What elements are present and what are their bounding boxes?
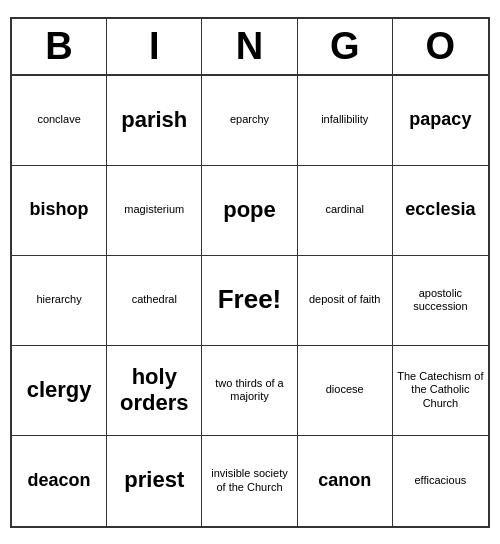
bingo-cell: The Catechism of the Catholic Church: [393, 346, 488, 436]
bingo-header: BINGO: [12, 19, 488, 76]
bingo-cell: ecclesia: [393, 166, 488, 256]
bingo-cell: hierarchy: [12, 256, 107, 346]
bingo-cell: infallibility: [298, 76, 393, 166]
bingo-cell: magisterium: [107, 166, 202, 256]
bingo-cell: conclave: [12, 76, 107, 166]
bingo-cell: clergy: [12, 346, 107, 436]
bingo-cell: papacy: [393, 76, 488, 166]
bingo-cell: priest: [107, 436, 202, 526]
bingo-cell: cardinal: [298, 166, 393, 256]
header-letter: N: [202, 19, 297, 74]
bingo-cell: apostolic succession: [393, 256, 488, 346]
bingo-cell: efficacious: [393, 436, 488, 526]
bingo-cell: bishop: [12, 166, 107, 256]
header-letter: G: [298, 19, 393, 74]
bingo-cell: pope: [202, 166, 297, 256]
header-letter: I: [107, 19, 202, 74]
bingo-grid: conclaveparisheparchyinfallibilitypapacy…: [12, 76, 488, 526]
bingo-cell: canon: [298, 436, 393, 526]
bingo-cell: cathedral: [107, 256, 202, 346]
bingo-card: BINGO conclaveparisheparchyinfallibility…: [10, 17, 490, 528]
bingo-cell: parish: [107, 76, 202, 166]
bingo-cell: invisible society of the Church: [202, 436, 297, 526]
bingo-cell: deposit of faith: [298, 256, 393, 346]
header-letter: B: [12, 19, 107, 74]
bingo-cell: holy orders: [107, 346, 202, 436]
bingo-cell: diocese: [298, 346, 393, 436]
header-letter: O: [393, 19, 488, 74]
bingo-cell: two thirds of a majority: [202, 346, 297, 436]
bingo-cell: deacon: [12, 436, 107, 526]
bingo-cell: eparchy: [202, 76, 297, 166]
bingo-cell: Free!: [202, 256, 297, 346]
